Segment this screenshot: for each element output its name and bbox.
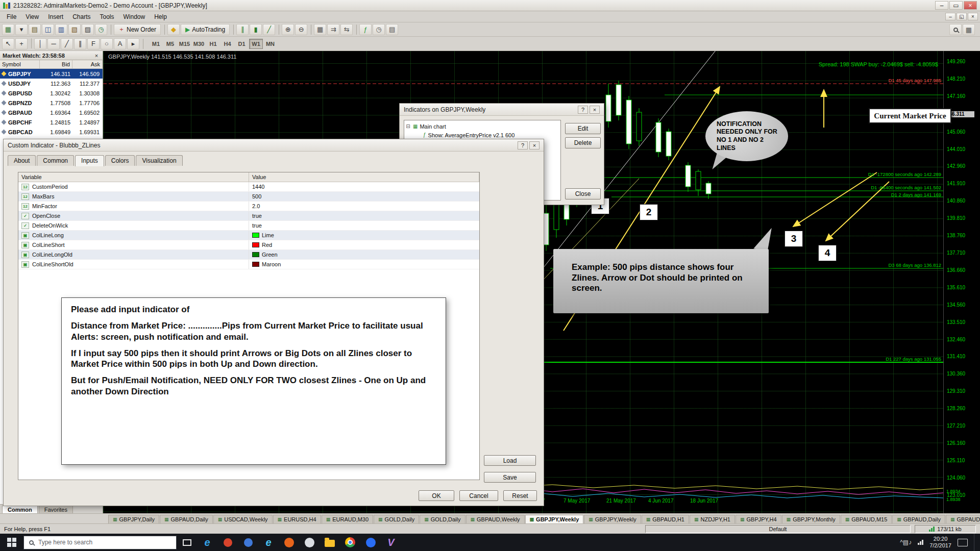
child-close-button[interactable]: ×: [968, 13, 978, 20]
load-button[interactable]: Load: [484, 455, 536, 466]
chart-tab[interactable]: ▦ EURAUD,M30: [322, 515, 373, 523]
dialog-tab[interactable]: Colors: [105, 155, 135, 166]
save-button[interactable]: Save: [484, 472, 536, 483]
timeframe-button[interactable]: M5: [163, 39, 177, 49]
browser-ring-red-icon[interactable]: [217, 534, 238, 551]
column-symbol[interactable]: Symbol: [0, 60, 40, 68]
timeframe-button[interactable]: D1: [235, 39, 249, 49]
metaeditor-icon[interactable]: ◆: [167, 24, 180, 35]
cursor-icon[interactable]: ↖: [2, 38, 14, 49]
parameter-value[interactable]: Lime: [262, 232, 274, 238]
action-center-icon[interactable]: [958, 539, 968, 546]
delete-button[interactable]: Delete: [565, 137, 601, 148]
fibonacci-icon[interactable]: F: [87, 38, 100, 49]
input-row[interactable]: ▣ ColLineShortOld Maroon: [18, 260, 479, 269]
menu-item[interactable]: Help: [150, 11, 172, 22]
edge-icon[interactable]: e: [197, 534, 217, 551]
sep7[interactable]: [31, 38, 32, 48]
sep6[interactable]: [356, 24, 357, 35]
input-row[interactable]: 12 MaxBars 500: [18, 192, 479, 202]
channel-icon[interactable]: ∥: [74, 38, 86, 49]
input-row[interactable]: ✓ OpenClose true: [18, 211, 479, 221]
vertical-line-icon[interactable]: │: [34, 38, 46, 49]
parameter-value[interactable]: Maroon: [262, 261, 281, 267]
menu-item[interactable]: File: [2, 11, 21, 22]
bar-chart-icon[interactable]: ∥: [236, 24, 249, 35]
data-window-icon[interactable]: ▥: [55, 24, 67, 35]
menu-item[interactable]: Window: [119, 11, 150, 22]
search-icon[interactable]: [949, 24, 962, 35]
autotrading-button[interactable]: ▶ AutoTrading: [181, 24, 230, 35]
indicator-tree-item[interactable]: ƒ Show: AverageEntryPrice v2.1 600: [405, 131, 559, 139]
market-watch-tab[interactable]: Common: [2, 506, 38, 513]
indicator-tree-item[interactable]: ⊟ ▦ Main chart: [405, 122, 559, 131]
edit-button[interactable]: Edit: [565, 123, 601, 134]
app-blue-icon[interactable]: [360, 534, 381, 551]
chart-tab[interactable]: ▦ EURUSD,H4: [273, 515, 321, 523]
market-watch-row[interactable]: GBPCHF 1.24815 1.24897: [0, 117, 103, 127]
taskbar-search-input[interactable]: Type here to search: [23, 536, 177, 549]
chrome-icon[interactable]: [340, 534, 360, 551]
chart-tab[interactable]: ▦ GBPAUD,H1: [642, 515, 689, 523]
arrows-icon[interactable]: ▸: [127, 38, 139, 49]
indicators-icon[interactable]: ƒ: [359, 24, 372, 35]
chart-tab[interactable]: ▦ GBPAUD,Weekly: [466, 515, 525, 523]
column-ask[interactable]: Ask: [72, 60, 103, 68]
trendline-icon[interactable]: ╱: [61, 38, 73, 49]
terminal-icon[interactable]: ▨: [82, 24, 94, 35]
sep4[interactable]: [279, 24, 279, 35]
new-order-button[interactable]: ＋ New Order: [114, 24, 161, 35]
layout-grid-icon[interactable]: ▦: [963, 24, 975, 35]
close-icon[interactable]: ×: [590, 106, 600, 114]
navigator-icon[interactable]: ▧: [68, 24, 81, 35]
close-button[interactable]: Close: [565, 188, 601, 199]
chart-tab[interactable]: ▦ GOLD,Daily: [420, 515, 465, 523]
cancel-button[interactable]: Cancel: [459, 490, 498, 501]
horizontal-line-icon[interactable]: ─: [47, 38, 60, 49]
child-minimize-button[interactable]: –: [945, 13, 955, 20]
auto-scroll-icon[interactable]: ⇉: [327, 24, 339, 35]
task-view-icon[interactable]: [177, 534, 197, 551]
candle-chart-icon[interactable]: ▮: [250, 24, 262, 35]
zoom-out-icon[interactable]: ⊖: [295, 24, 307, 35]
chart-tab[interactable]: ▦ GBPJPY,Daily: [108, 515, 159, 523]
volume-icon[interactable]: ♪: [909, 539, 912, 546]
text-icon[interactable]: A: [114, 38, 126, 49]
ie-icon[interactable]: e: [258, 534, 279, 551]
market-watch-tab[interactable]: Favorites: [39, 506, 73, 513]
crosshair-icon[interactable]: +: [15, 38, 28, 49]
menu-item[interactable]: Insert: [43, 11, 68, 22]
parameter-value[interactable]: Red: [262, 242, 272, 248]
sep3[interactable]: [233, 24, 234, 35]
input-row[interactable]: 12 MinFactor 2.0: [18, 202, 479, 211]
taskbar-clock[interactable]: 20:20 7/2/2017: [929, 536, 951, 549]
chart-tab[interactable]: ▦ GBPJPY,Weekly: [525, 515, 584, 523]
dialog-tab[interactable]: Inputs: [75, 155, 104, 166]
menu-item[interactable]: Tools: [95, 11, 119, 22]
timeframe-button[interactable]: M15: [178, 39, 191, 49]
market-watch-row[interactable]: GBPAUD 1.69364 1.69502: [0, 108, 103, 117]
input-row[interactable]: 12 CustomPeriod 1440: [18, 182, 479, 192]
chart-tab[interactable]: ▦ GOLD,Daily: [374, 515, 419, 523]
tile-windows-icon[interactable]: ▦: [314, 24, 326, 35]
timeframe-button[interactable]: MN: [263, 39, 277, 49]
timeframe-button[interactable]: M30: [192, 39, 206, 49]
menu-item[interactable]: Charts: [68, 11, 95, 22]
tree-expander-icon[interactable]: ⊟: [405, 123, 411, 129]
periods-icon[interactable]: ◷: [373, 24, 385, 35]
close-button[interactable]: ×: [964, 1, 977, 10]
chart-dropdown-icon[interactable]: ▾: [15, 24, 28, 35]
chart-shift-icon[interactable]: ⇆: [340, 24, 353, 35]
input-row[interactable]: ▣ ColLineLongOld Green: [18, 250, 479, 260]
market-watch-row[interactable]: USDJPY 112.363 112.377: [0, 79, 103, 88]
minimize-button[interactable]: –: [935, 1, 948, 10]
sep1[interactable]: [111, 24, 111, 35]
timeframe-button[interactable]: W1: [249, 39, 263, 49]
file-explorer-icon[interactable]: [320, 534, 340, 551]
help-icon[interactable]: ?: [578, 106, 588, 114]
custom-indicator-titlebar[interactable]: Custom Indicator - Blubbb_ZLines ? ×: [4, 139, 544, 152]
input-row[interactable]: ▣ ColLineShort Red: [18, 240, 479, 250]
timeframe-button[interactable]: H4: [220, 39, 234, 49]
chart-tab[interactable]: ▦ GBPJPY,Monthly: [782, 515, 840, 523]
help-icon[interactable]: ?: [518, 141, 528, 149]
